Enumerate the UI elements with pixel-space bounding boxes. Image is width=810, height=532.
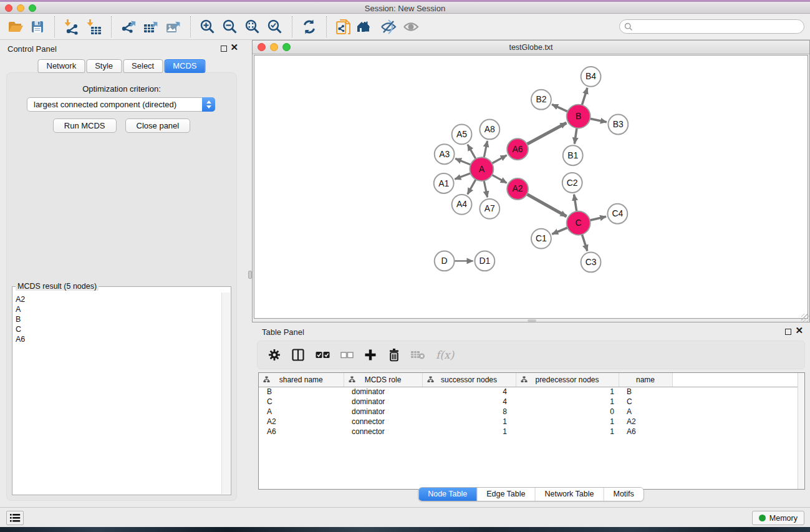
table-cell[interactable]: A2 (619, 417, 672, 427)
graph-edge-C-C4[interactable] (590, 216, 606, 220)
graph-edge-A-A3[interactable] (455, 158, 471, 165)
tab-network[interactable]: Network (37, 59, 85, 73)
mcds-result-item[interactable]: A2 (16, 294, 221, 304)
graph-edge-A-A6[interactable] (492, 155, 507, 163)
table-cell[interactable]: C (259, 397, 344, 407)
close-panel-button[interactable]: Close panel (125, 118, 191, 133)
delete-column-icon[interactable] (387, 348, 400, 362)
export-table-icon[interactable] (140, 16, 162, 38)
graph-node-A3[interactable]: A3 (435, 144, 455, 164)
graph-node-C2[interactable]: C2 (562, 173, 582, 193)
table-cell[interactable]: 8 (422, 407, 516, 417)
graph-edge-B-B4[interactable] (582, 88, 587, 105)
table-cell[interactable]: dominator (344, 407, 422, 417)
zoom-in-icon[interactable] (196, 16, 219, 38)
table-cell[interactable]: 4 (422, 397, 516, 407)
graph-edge-B-B2[interactable] (552, 104, 567, 111)
graph-edge-A-A1[interactable] (455, 173, 470, 180)
table-cell[interactable]: A (619, 407, 672, 417)
table-row[interactable]: Adominator80A (259, 407, 799, 417)
clone-network-icon[interactable] (332, 16, 355, 38)
tab-style[interactable]: Style (86, 59, 122, 73)
close-table-panel-icon[interactable]: ✕ (795, 325, 803, 336)
mcds-result-item[interactable]: A6 (16, 334, 221, 344)
table-cell[interactable]: connector (344, 417, 422, 427)
graph-edge-C-C2[interactable] (574, 195, 577, 211)
graph-node-A1[interactable]: A1 (434, 173, 454, 193)
column-header-predecessor-nodes[interactable]: predecessor nodes (516, 373, 619, 387)
result-scrollbar[interactable] (221, 293, 230, 494)
graph-edge-A6-B[interactable] (527, 123, 566, 144)
settings-gear-icon[interactable] (268, 349, 281, 361)
tab-select[interactable]: Select (123, 59, 163, 73)
table-cell[interactable]: 1 (422, 427, 516, 437)
graph-node-B4[interactable]: B4 (581, 67, 601, 87)
table-cell[interactable]: connector (344, 427, 422, 437)
column-header-shared-name[interactable]: shared name (259, 373, 344, 387)
close-panel-icon[interactable]: ✕ (230, 42, 238, 53)
float-table-panel-icon[interactable] (785, 329, 791, 335)
save-session-icon[interactable] (26, 16, 49, 38)
resize-grip-icon[interactable] (801, 314, 809, 322)
table-cell[interactable]: A2 (259, 417, 344, 427)
import-network-icon[interactable] (60, 16, 83, 38)
network-graph[interactable]: B4B2BB3A5A8A6B1A3AC2A1A2A4A7C4CC1C3DD1 (254, 56, 808, 318)
graph-node-C1[interactable]: C1 (531, 229, 551, 249)
tab-edge-table[interactable]: Edge Table (477, 488, 535, 501)
graph-node-C[interactable]: C (567, 211, 591, 235)
table-cell[interactable]: B (619, 387, 672, 397)
horizontal-scroll-thumb[interactable] (528, 319, 536, 322)
run-mcds-button[interactable]: Run MCDS (53, 118, 117, 133)
mcds-result-item[interactable]: A (16, 304, 221, 314)
graph-node-A[interactable]: A (470, 157, 493, 181)
graph-node-A7[interactable]: A7 (480, 199, 499, 219)
graph-edge-B-B3[interactable] (590, 118, 607, 122)
tab-mcds[interactable]: MCDS (164, 59, 205, 73)
table-cell[interactable]: 1 (422, 417, 516, 427)
table-cell[interactable]: C (619, 397, 672, 407)
graph-node-A5[interactable]: A5 (452, 124, 472, 144)
graph-node-C4[interactable]: C4 (607, 204, 627, 224)
task-history-button[interactable] (6, 511, 24, 525)
delete-table-icon[interactable] (410, 350, 425, 360)
zoom-selected-icon[interactable] (264, 16, 286, 38)
tab-node-table[interactable]: Node Table (418, 488, 477, 501)
zoom-out-icon[interactable] (219, 16, 241, 38)
network-canvas[interactable]: B4B2BB3A5A8A6B1A3AC2A1A2A4A7C4CC1C3DD1 (254, 55, 808, 319)
graph-node-A4[interactable]: A4 (452, 195, 472, 215)
table-cell[interactable]: dominator (344, 397, 422, 407)
import-table-icon[interactable] (83, 16, 105, 38)
graph-node-C3[interactable]: C3 (581, 253, 601, 273)
select-all-checkboxes-icon[interactable] (316, 351, 330, 359)
table-row[interactable]: Bdominator41B (259, 387, 799, 397)
graph-node-B2[interactable]: B2 (531, 90, 551, 110)
graph-edge-A-A8[interactable] (484, 141, 487, 158)
graph-node-A2[interactable]: A2 (507, 178, 528, 200)
hide-panels-icon[interactable] (377, 16, 400, 38)
vertical-scroll-thumb[interactable] (248, 271, 252, 279)
mcds-result-item[interactable]: C (16, 324, 221, 334)
graph-edge-A-A5[interactable] (468, 145, 476, 159)
table-cell[interactable]: A (259, 407, 344, 417)
search-input[interactable] (636, 22, 804, 31)
table-cell[interactable]: 0 (516, 407, 619, 417)
deselect-all-checkboxes-icon[interactable] (340, 352, 354, 359)
table-row[interactable]: A6connector11A6 (259, 427, 799, 437)
column-header-successor-nodes[interactable]: successor nodes (422, 373, 516, 387)
tab-network-table[interactable]: Network Table (536, 488, 604, 501)
tab-motifs[interactable]: Motifs (604, 488, 643, 501)
table-cell[interactable]: A6 (259, 427, 344, 437)
graph-edge-A-A4[interactable] (468, 180, 476, 195)
graph-node-B3[interactable]: B3 (608, 115, 628, 135)
graph-node-D1[interactable]: D1 (475, 251, 494, 271)
graph-node-A8[interactable]: A8 (480, 120, 499, 140)
graph-edge-A2-C[interactable] (527, 194, 567, 216)
refresh-icon[interactable] (298, 16, 321, 38)
table-cell[interactable]: 1 (516, 427, 619, 437)
export-network-icon[interactable] (117, 16, 140, 38)
table-cell[interactable]: 1 (516, 417, 619, 427)
float-panel-icon[interactable] (221, 46, 227, 52)
graph-edge-A-A2[interactable] (492, 175, 507, 183)
table-cell[interactable]: 1 (516, 387, 619, 397)
table-cell[interactable]: 1 (516, 397, 619, 407)
